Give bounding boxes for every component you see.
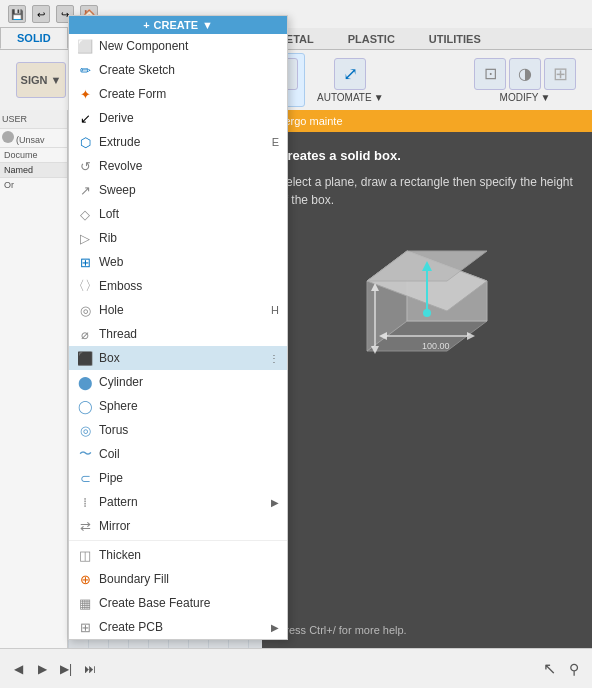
- box-more-icon: ⋮: [269, 353, 279, 364]
- create-pcb-icon: ⊞: [77, 619, 93, 635]
- menu-item-create-form[interactable]: ✦ Create Form: [69, 82, 287, 106]
- pattern-arrow-icon: ▶: [271, 497, 279, 508]
- menu-item-mirror[interactable]: ⇄ Mirror: [69, 514, 287, 538]
- pipe-icon: ⊂: [77, 470, 93, 486]
- create-sketch-icon: ✏: [77, 62, 93, 78]
- pipe-label: Pipe: [99, 471, 279, 485]
- sphere-icon: ◯: [77, 398, 93, 414]
- extrude-label: Extrude: [99, 135, 266, 149]
- menu-item-hole[interactable]: ◎ Hole H: [69, 298, 287, 322]
- named-label: Named: [0, 163, 67, 178]
- cursor-icon: ↖: [543, 659, 556, 678]
- tab-utilities[interactable]: UTILITIES: [412, 27, 498, 49]
- coil-label: Coil: [99, 447, 279, 461]
- menu-item-pipe[interactable]: ⊂ Pipe: [69, 466, 287, 490]
- mirror-label: Mirror: [99, 519, 279, 533]
- save-button[interactable]: 💾: [8, 5, 26, 23]
- modify-btn3[interactable]: ⊞: [544, 58, 576, 90]
- sweep-icon: ↗: [77, 182, 93, 198]
- create-base-feature-icon: ▦: [77, 595, 93, 611]
- design-button[interactable]: SIGN ▼: [16, 62, 66, 98]
- prev-frame-button[interactable]: ◀: [8, 659, 28, 679]
- hole-label: Hole: [99, 303, 265, 317]
- menu-item-pattern[interactable]: ⁞ Pattern ▶: [69, 490, 287, 514]
- menu-item-create-sketch[interactable]: ✏ Create Sketch: [69, 58, 287, 82]
- modify-btn1[interactable]: ⊡: [474, 58, 506, 90]
- menu-header-icon: +: [143, 19, 149, 31]
- modify-btn2[interactable]: ◑: [509, 58, 541, 90]
- thread-icon: ⌀: [77, 326, 93, 342]
- menu-item-box[interactable]: ⬛ Box ⋮: [69, 346, 287, 370]
- menu-item-emboss[interactable]: 〈〉 Emboss: [69, 274, 287, 298]
- end-frame-button[interactable]: ⏭: [80, 659, 100, 679]
- undo-button[interactable]: ↩: [32, 5, 50, 23]
- menu-header-label: CREATE: [154, 19, 198, 31]
- modify-label[interactable]: MODIFY ▼: [500, 92, 551, 103]
- box-3d-svg: 100.00: [327, 231, 527, 411]
- menu-item-loft[interactable]: ◇ Loft: [69, 202, 287, 226]
- automate-arrow: ▼: [374, 92, 384, 103]
- filter-button[interactable]: ⚲: [564, 659, 584, 679]
- pattern-label: Pattern: [99, 495, 265, 509]
- menu-item-thicken[interactable]: ◫ Thicken: [69, 540, 287, 567]
- menu-item-rib[interactable]: ▷ Rib: [69, 226, 287, 250]
- create-base-feature-label: Create Base Feature: [99, 596, 279, 610]
- torus-label: Torus: [99, 423, 279, 437]
- next-frame-button[interactable]: ▶|: [56, 659, 76, 679]
- box-icon: ⬛: [77, 350, 93, 366]
- torus-icon: ◎: [77, 422, 93, 438]
- thread-label: Thread: [99, 327, 279, 341]
- menu-item-boundary-fill[interactable]: ⊕ Boundary Fill: [69, 567, 287, 591]
- menu-item-derive[interactable]: ↙ Derive: [69, 106, 287, 130]
- cylinder-label: Cylinder: [99, 375, 279, 389]
- menu-item-thread[interactable]: ⌀ Thread: [69, 322, 287, 346]
- tab-solid[interactable]: SOLID: [0, 27, 68, 49]
- thicken-icon: ◫: [77, 547, 93, 563]
- modify-group: ⊡ ◑ ⊞ MODIFY ▼: [466, 53, 584, 107]
- boundary-fill-label: Boundary Fill: [99, 572, 279, 586]
- derive-label: Derive: [99, 111, 279, 125]
- loft-label: Loft: [99, 207, 279, 221]
- play-button[interactable]: ▶: [32, 659, 52, 679]
- unsaved-label: (Unsav: [0, 129, 67, 148]
- loft-icon: ◇: [77, 206, 93, 222]
- rib-icon: ▷: [77, 230, 93, 246]
- new-component-label: New Component: [99, 39, 279, 53]
- menu-item-create-base-feature[interactable]: ▦ Create Base Feature: [69, 591, 287, 615]
- hole-icon: ◎: [77, 302, 93, 318]
- menu-item-web[interactable]: ⊞ Web: [69, 250, 287, 274]
- menu-header-arrow: ▼: [202, 19, 213, 31]
- menu-item-coil[interactable]: 〜 Coil: [69, 442, 287, 466]
- menu-item-extrude[interactable]: ⬡ Extrude E: [69, 130, 287, 154]
- svg-point-13: [423, 309, 431, 317]
- document-label: Docume: [0, 148, 67, 163]
- menu-item-cylinder[interactable]: ⬤ Cylinder: [69, 370, 287, 394]
- create-sketch-label: Create Sketch: [99, 63, 279, 77]
- menu-item-create-pcb[interactable]: ⊞ Create PCB ▶: [69, 615, 287, 639]
- boundary-fill-icon: ⊕: [77, 571, 93, 587]
- info-description: Select a plane, draw a rectangle then sp…: [278, 173, 576, 209]
- play-controls: ◀ ▶ ▶| ⏭: [8, 659, 100, 679]
- emboss-icon: 〈〉: [77, 278, 93, 294]
- pattern-icon: ⁞: [77, 494, 93, 510]
- web-icon: ⊞: [77, 254, 93, 270]
- origin-label: Or: [0, 178, 67, 192]
- extrude-icon: ⬡: [77, 134, 93, 150]
- menu-item-revolve[interactable]: ↺ Revolve: [69, 154, 287, 178]
- menu-item-sweep[interactable]: ↗ Sweep: [69, 178, 287, 202]
- automate-label[interactable]: AUTOMATE ▼: [317, 92, 384, 103]
- mirror-icon: ⇄: [77, 518, 93, 534]
- create-pcb-label: Create PCB: [99, 620, 265, 634]
- revolve-label: Revolve: [99, 159, 279, 173]
- thicken-label: Thicken: [99, 548, 279, 562]
- modify-arrow: ▼: [540, 92, 550, 103]
- sphere-label: Sphere: [99, 399, 279, 413]
- menu-item-torus[interactable]: ◎ Torus: [69, 418, 287, 442]
- automate-btn[interactable]: ⤢: [334, 58, 366, 90]
- tab-plastic[interactable]: PLASTIC: [331, 27, 412, 49]
- menu-item-new-component[interactable]: ⬜ New Component: [69, 34, 287, 58]
- extrude-shortcut: E: [272, 136, 279, 148]
- hole-shortcut: H: [271, 304, 279, 316]
- menu-item-sphere[interactable]: ◯ Sphere: [69, 394, 287, 418]
- create-form-icon: ✦: [77, 86, 93, 102]
